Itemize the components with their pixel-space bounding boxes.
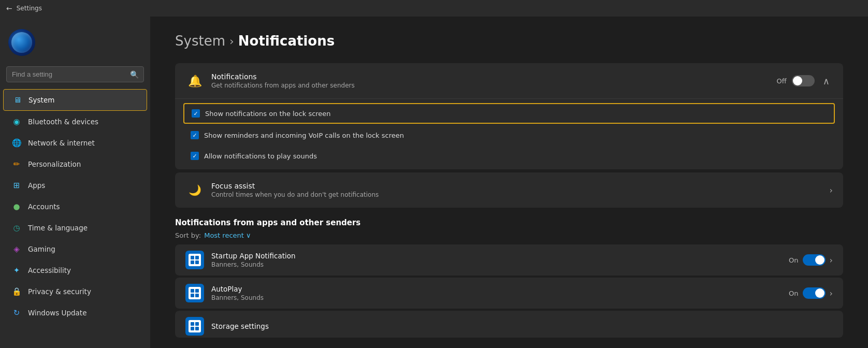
sidebar-item-label-system: System — [28, 96, 54, 104]
grid-cell-1 — [191, 256, 194, 259]
notifications-card: 🔔 Notifications Get notifications from a… — [175, 63, 843, 169]
startup-toggle[interactable] — [803, 254, 826, 266]
avatar — [8, 29, 35, 56]
autoplay-chevron-icon: › — [830, 288, 833, 298]
sidebar-item-label-time: Time & language — [28, 224, 88, 232]
breadcrumb-current: Notifications — [238, 33, 335, 49]
page-header: System › Notifications — [175, 33, 843, 49]
gaming-icon: ◈ — [11, 244, 22, 254]
update-icon: ↻ — [11, 308, 22, 318]
voip-label: Show reminders and incoming VoIP calls o… — [204, 132, 404, 139]
storage-grid-2 — [195, 322, 199, 326]
notifications-suboptions: ✓ Show notifications on the lock screen … — [175, 98, 843, 169]
startup-app-name: Startup App Notification — [211, 252, 782, 260]
main-content: System › Notifications 🔔 Notifications G… — [150, 17, 868, 348]
sidebar-item-apps[interactable]: ⊞Apps — [3, 175, 147, 196]
sort-value-text: Most recent — [204, 231, 244, 239]
time-icon: ◷ — [11, 223, 22, 233]
search-box[interactable]: 🔍 — [6, 66, 144, 82]
autoplay-name: AutoPlay — [211, 285, 782, 293]
sort-row: Sort by: Most recent ∨ — [175, 231, 843, 239]
storage-icon — [185, 317, 204, 336]
sort-value-button[interactable]: Most recent ∨ — [204, 231, 251, 239]
storage-row[interactable]: Storage settings — [175, 311, 843, 338]
startup-app-text: Startup App Notification Banners, Sounds — [211, 252, 782, 268]
sidebar-item-time[interactable]: ◷Time & language — [3, 218, 147, 238]
bluetooth-icon: ◉ — [11, 117, 22, 127]
sidebar-item-accessibility[interactable]: ✦Accessibility — [3, 260, 147, 281]
privacy-icon: 🔒 — [11, 286, 22, 297]
sidebar-item-label-gaming: Gaming — [28, 245, 55, 253]
sidebar-item-network[interactable]: 🌐Network & internet — [3, 133, 147, 153]
apps-section-title: Notifications from apps and other sender… — [175, 218, 843, 227]
autoplay-icon-grid — [191, 289, 199, 297]
storage-icon-grid — [191, 322, 199, 330]
lock-screen-option[interactable]: ✓ Show notifications on the lock screen — [183, 103, 835, 124]
sort-chevron-down-icon: ∨ — [246, 231, 251, 239]
sounds-option[interactable]: ✓ Allow notifications to play sounds — [183, 147, 835, 165]
personalization-icon: ✏ — [11, 159, 22, 169]
startup-chevron-icon: › — [830, 255, 833, 265]
startup-app-icon-grid — [191, 256, 199, 264]
notifications-expand-icon[interactable]: ∧ — [820, 75, 833, 88]
notifications-toggle-area: Off ∧ — [777, 75, 833, 88]
voip-checkbox[interactable]: ✓ — [191, 131, 199, 139]
accounts-icon: ● — [11, 201, 22, 212]
notifications-row[interactable]: 🔔 Notifications Get notifications from a… — [175, 63, 843, 98]
network-icon: 🌐 — [11, 138, 22, 148]
autoplay-text: AutoPlay Banners, Sounds — [211, 285, 782, 301]
sidebar-item-privacy[interactable]: 🔒Privacy & security — [3, 281, 147, 302]
voip-option[interactable]: ✓ Show reminders and incoming VoIP calls… — [183, 126, 835, 144]
app-title: Settings — [17, 5, 42, 12]
autoplay-toggle-area: On › — [789, 287, 833, 299]
startup-app-icon-inner — [189, 254, 201, 266]
sounds-checkbox[interactable]: ✓ — [191, 152, 199, 160]
focus-assist-icon: 🌙 — [185, 181, 204, 199]
autoplay-grid-4 — [195, 294, 199, 297]
focus-assist-subtitle: Control times when you do and don't get … — [211, 191, 822, 198]
system-icon: 🖥 — [12, 95, 22, 105]
breadcrumb-separator: › — [229, 35, 234, 48]
startup-app-icon — [185, 251, 204, 269]
storage-icon-inner — [189, 320, 201, 332]
notifications-text: Notifications Get notifications from app… — [211, 72, 770, 89]
sidebar-item-update[interactable]: ↻Windows Update — [3, 302, 147, 323]
autoplay-toggle-label: On — [789, 289, 798, 297]
focus-assist-text: Focus assist Control times when you do a… — [211, 182, 822, 198]
grid-cell-2 — [195, 256, 199, 259]
autoplay-grid-1 — [191, 289, 194, 293]
title-bar: ← Settings — [0, 0, 868, 17]
back-button[interactable]: ← — [6, 4, 12, 12]
storage-grid-4 — [195, 327, 199, 330]
autoplay-row[interactable]: AutoPlay Banners, Sounds On › — [175, 278, 843, 309]
startup-app-row[interactable]: Startup App Notification Banners, Sounds… — [175, 244, 843, 276]
focus-assist-card: 🌙 Focus assist Control times when you do… — [175, 172, 843, 208]
lock-screen-label: Show notifications on the lock screen — [205, 110, 331, 118]
focus-assist-chevron-icon: › — [830, 185, 833, 195]
sidebar-item-system[interactable]: 🖥System — [3, 89, 147, 111]
sidebar-item-label-apps: Apps — [28, 181, 45, 190]
storage-text: Storage settings — [211, 322, 833, 330]
breadcrumb-system[interactable]: System — [175, 33, 225, 49]
storage-grid-1 — [191, 322, 194, 326]
storage-grid-3 — [191, 327, 194, 330]
autoplay-toggle[interactable] — [803, 287, 826, 299]
sidebar-item-accounts[interactable]: ●Accounts — [3, 196, 147, 217]
grid-cell-4 — [195, 260, 199, 264]
sidebar: 🔍 🖥System◉Bluetooth & devices🌐Network & … — [0, 17, 150, 348]
sidebar-item-gaming[interactable]: ◈Gaming — [3, 239, 147, 259]
search-input[interactable] — [6, 66, 144, 82]
search-icon: 🔍 — [130, 70, 139, 79]
notifications-subtitle: Get notifications from apps and other se… — [211, 82, 770, 89]
sidebar-item-label-privacy: Privacy & security — [28, 287, 91, 296]
sidebar-item-personalization[interactable]: ✏Personalization — [3, 154, 147, 175]
notifications-toggle[interactable] — [792, 75, 815, 86]
sidebar-item-label-network: Network & internet — [28, 139, 95, 147]
lock-screen-checkbox[interactable]: ✓ — [192, 109, 200, 118]
startup-toggle-label: On — [789, 256, 798, 264]
sidebar-item-bluetooth[interactable]: ◉Bluetooth & devices — [3, 111, 147, 132]
autoplay-icon-inner — [189, 287, 201, 299]
focus-assist-row[interactable]: 🌙 Focus assist Control times when you do… — [175, 172, 843, 208]
autoplay-grid-2 — [195, 289, 199, 293]
sidebar-item-label-accessibility: Accessibility — [28, 266, 71, 274]
